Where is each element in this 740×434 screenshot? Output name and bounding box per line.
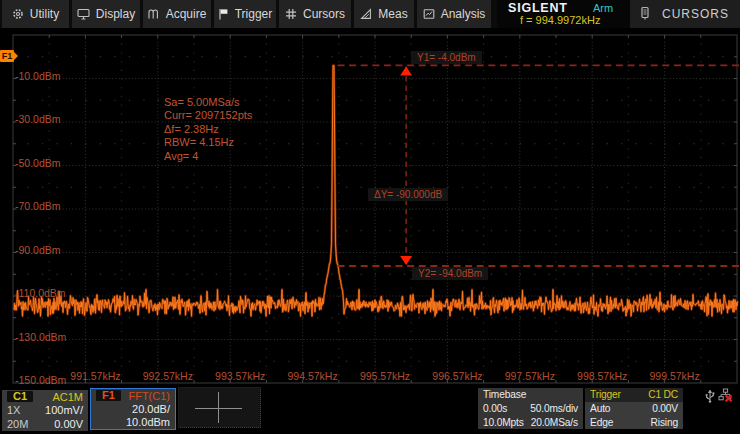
timebase-sample-rate: 20.0MSa/s (531, 417, 578, 428)
fft-info-block: Sa= 5.00MSa/sCurr= 2097152ptsΔf= 2.38HzR… (164, 96, 252, 163)
x-axis-tick-label: 992.57kHz (143, 370, 193, 382)
y-axis-tick-label: -150.0dBm (15, 374, 66, 386)
channel1-offset: 0.00V (54, 418, 83, 430)
cursor-arrow-up (400, 66, 412, 75)
cursor-y2-readout: Y2= -94.0dBm (412, 267, 488, 280)
preview-crosshair-vertical (218, 392, 219, 423)
x-axis-tick-label: 993.57kHz (215, 370, 265, 382)
fft-info-line: RBW= 4.15Hz (164, 136, 252, 149)
x-axis-tick-label: 998.57kHz (577, 370, 627, 382)
math-f1-badge: F1 (96, 390, 121, 401)
trigger-position-preview[interactable] (178, 387, 261, 428)
y-axis-tick-label: -50.0dBm (15, 157, 61, 169)
trigger-level: 0.00V (652, 403, 678, 414)
cursor-arrow-down (400, 256, 412, 265)
trigger-descriptor[interactable]: TriggerC1 DC Auto0.00V EdgeRising (585, 388, 683, 429)
cursor-y1-readout: Y1= -4.0dBm (411, 51, 482, 64)
timebase-scale: 50.0ms/div (530, 403, 578, 414)
x-axis-tick-label: 994.57kHz (287, 370, 337, 382)
y-axis-tick-label: -110.0dBm (15, 287, 66, 299)
trigger-title: Trigger (590, 389, 621, 400)
timebase-mem-depth: 10.0Mpts (483, 417, 524, 428)
math-scale: 20.0dB/ (132, 403, 170, 415)
y-axis-tick-label: -70.0dBm (15, 200, 61, 212)
y-axis-tick-label: -10.0dBm (15, 70, 61, 82)
x-axis-tick-label: 999.57kHz (649, 370, 699, 382)
fft-info-line: Avg= 4 (164, 150, 252, 163)
x-axis-tick-label: 991.57kHz (70, 370, 120, 382)
trigger-mode: Auto (590, 403, 610, 414)
channel1-descriptor[interactable]: C1AC1M 1X100mV/ 20M0.00V (2, 390, 88, 431)
channel1-probe: 1X (7, 404, 20, 416)
fft-info-line: Curr= 2097152pts (164, 109, 252, 122)
trigger-type: Edge (590, 417, 613, 428)
fft-info-line: Δf= 2.38Hz (164, 123, 252, 136)
timebase-descriptor[interactable]: Timebase 0.00s50.0ms/div 10.0Mpts20.0MSa… (478, 388, 583, 429)
channel1-scale: 100mV/ (45, 404, 83, 416)
y-axis-tick-label: -90.0dBm (15, 244, 61, 256)
fft-info-line: Sa= 5.00MSa/s (164, 96, 252, 109)
x-axis-tick-label: 996.57kHz (432, 370, 482, 382)
channel1-badge: C1 (7, 391, 33, 402)
y-axis-tick-label: -30.0dBm (15, 113, 61, 125)
oscilloscope-screen: UtilityDisplayAcquireTriggerCursorsMeasA… (0, 0, 740, 434)
channel1-bandwidth: 20M (7, 418, 28, 430)
timebase-title: Timebase (483, 389, 526, 400)
fft-plot: -10.0dBm-30.0dBm-50.0dBm-70.0dBm-90.0dBm… (0, 0, 740, 434)
lan-disconnected-icon (718, 388, 733, 407)
timebase-delay: 0.00s (483, 403, 507, 414)
channel1-coupling: AC1M (52, 391, 83, 403)
math-ref-level: 10.0dBm (126, 416, 170, 428)
x-axis-tick-label: 997.57kHz (505, 370, 555, 382)
math-f1-descriptor[interactable]: F1FFT(C1) 20.0dB/ 10.0dBm (90, 388, 176, 430)
fft-graticule-and-trace (0, 0, 740, 434)
y-axis-tick-label: -130.0dBm (15, 331, 66, 343)
x-axis-tick-label: 995.57kHz (360, 370, 410, 382)
math-function: FFT(C1) (128, 390, 170, 402)
cursor-delta-readout: ΔY= -90.000dB (368, 188, 448, 201)
trigger-source: C1 DC (648, 389, 678, 400)
usb-icon (704, 389, 716, 407)
trigger-slope: Rising (651, 417, 678, 428)
f1-trace-position-badge[interactable]: F1 (0, 50, 14, 62)
